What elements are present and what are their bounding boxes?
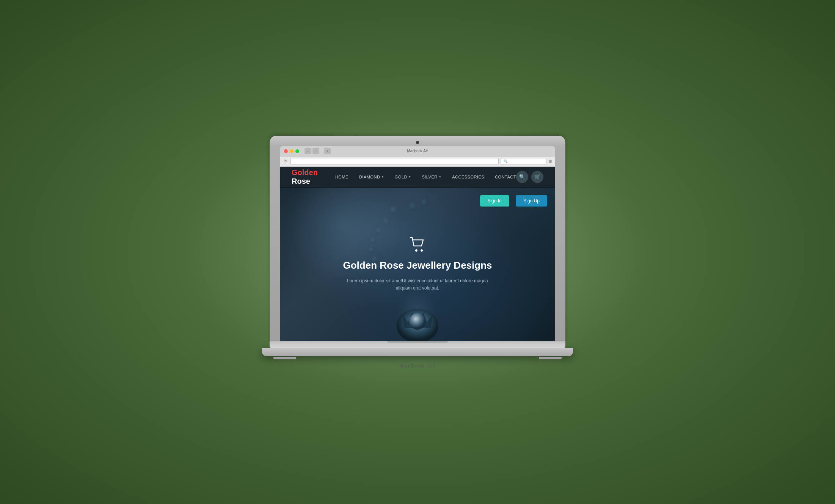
back-button[interactable]: ‹ — [304, 148, 311, 154]
traffic-lights — [284, 149, 299, 153]
browser-title: Macbook Air — [407, 149, 428, 153]
macbook-wrapper: ‹ › + Macbook Air ↻ ⊞ Golden — [270, 136, 565, 369]
hero-cart-icon — [342, 236, 493, 255]
site-nav: Golden Rose HOME DIAMOND ▼ GOLD — [280, 167, 555, 188]
macbook-base — [262, 348, 573, 356]
browser-content: Golden Rose HOME DIAMOND ▼ GOLD — [280, 167, 555, 341]
sign-up-button[interactable]: Sign Up — [516, 195, 547, 207]
close-button[interactable] — [284, 149, 288, 153]
svg-point-7 — [409, 202, 417, 211]
site-logo: Golden Rose — [292, 168, 320, 186]
nav-silver[interactable]: SILVER ▼ — [422, 175, 441, 179]
right-foot — [539, 357, 562, 359]
svg-point-10 — [415, 249, 418, 252]
forward-button[interactable]: › — [312, 148, 319, 154]
macbook-feet — [262, 357, 573, 359]
logo-golden: Golden — [292, 168, 318, 177]
zoom-icon: ⊞ — [549, 159, 552, 163]
hero-title: Golden Rose Jewellery Designs — [342, 260, 493, 271]
nav-contact[interactable]: CONTACT — [495, 175, 516, 179]
svg-point-11 — [421, 249, 423, 252]
sign-in-button[interactable]: Sign In — [480, 195, 509, 207]
macbook-screen-frame: ‹ › + Macbook Air ↻ ⊞ Golden — [270, 136, 565, 341]
browser-chrome: ‹ › + Macbook Air ↻ ⊞ Golden — [280, 146, 555, 341]
new-tab-button[interactable]: + — [324, 148, 331, 154]
maximize-button[interactable] — [295, 149, 299, 153]
macbook-name-label: MacBook Air — [400, 363, 436, 369]
nav-diamond[interactable]: DIAMOND ▼ — [359, 175, 384, 179]
search-bar[interactable] — [501, 158, 546, 165]
address-bar[interactable] — [290, 158, 499, 165]
logo-rose: Rose — [292, 177, 310, 185]
bottom-jewel — [380, 296, 455, 341]
cart-button[interactable]: 🛒 — [531, 171, 543, 183]
hero-section: Sign In Sign Up Golden Rose Jewellery D — [280, 188, 555, 341]
macbook-hinge — [387, 341, 448, 343]
diamond-dropdown-arrow: ▼ — [381, 175, 384, 178]
macbook-bottom — [270, 341, 565, 348]
search-button[interactable]: 🔍 — [516, 171, 528, 183]
jewel-svg — [380, 296, 455, 341]
gold-dropdown-arrow: ▼ — [408, 175, 411, 178]
camera-icon — [416, 141, 419, 144]
refresh-button[interactable]: ↻ — [283, 159, 288, 164]
left-foot — [273, 357, 296, 359]
nav-links: HOME DIAMOND ▼ GOLD ▼ SILVER — [335, 175, 516, 179]
silver-dropdown-arrow: ▼ — [439, 175, 441, 178]
nav-accessories[interactable]: ACCESSORIES — [452, 175, 484, 179]
hero-subtitle: Lorem ipsum dolor sit ametUt wisi enimci… — [342, 277, 493, 292]
nav-icons: 🔍 🛒 — [516, 171, 543, 183]
svg-point-13 — [409, 313, 426, 330]
browser-titlebar: ‹ › + Macbook Air — [280, 146, 555, 157]
browser-toolbar: ↻ ⊞ — [280, 157, 555, 167]
hero-content: Golden Rose Jewellery Designs Lorem ipsu… — [334, 229, 501, 299]
browser-nav: ‹ › — [304, 148, 319, 154]
minimize-button[interactable] — [290, 149, 294, 153]
nav-gold[interactable]: GOLD ▼ — [395, 175, 411, 179]
website: Golden Rose HOME DIAMOND ▼ GOLD — [280, 167, 555, 341]
nav-home[interactable]: HOME — [335, 175, 348, 179]
svg-point-8 — [421, 199, 428, 207]
svg-point-0 — [389, 206, 399, 215]
